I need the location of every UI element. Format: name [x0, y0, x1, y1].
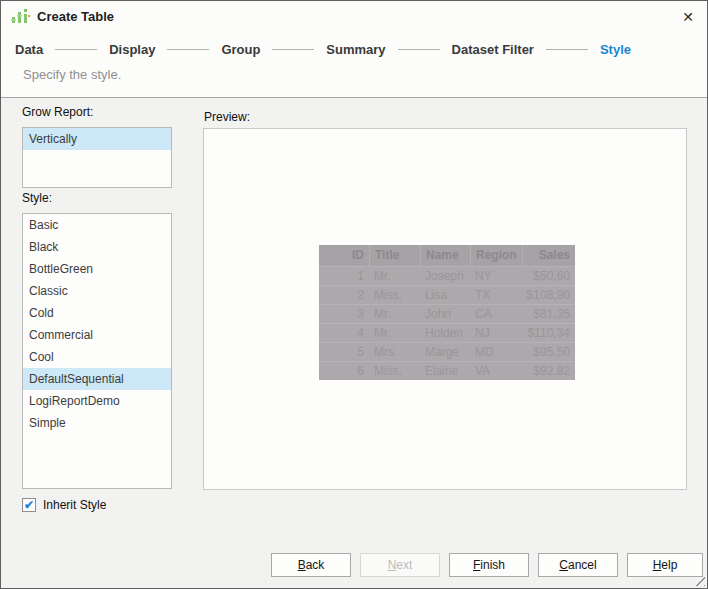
cell-sales: $95.50 [522, 343, 575, 361]
step-style[interactable]: Style [600, 42, 631, 57]
cell-id: 2 [319, 286, 369, 304]
table-row: 2 Miss. Lisa TX $108,90 [319, 285, 575, 304]
help-button-label: Help [653, 558, 678, 572]
table-row: 6 Miss. Elaine VA $92.82 [319, 361, 575, 380]
cell-region: NJ [470, 324, 522, 342]
cell-name: Holden [420, 324, 470, 342]
title-bar: Create Table ✕ [1, 1, 707, 31]
cell-region: NY [470, 267, 522, 285]
cell-sales: $92.82 [522, 362, 575, 380]
inherit-style-label: Inherit Style [43, 498, 106, 512]
back-button-label: Back [298, 558, 325, 572]
cell-region: VA [470, 362, 522, 380]
wizard-header: Create Table ✕ Data Display Group Summar… [1, 1, 707, 98]
preview-table: ID Title Name Region Sales 1 Mr. Joseph … [319, 245, 575, 380]
step-connector [167, 49, 209, 50]
finish-button-label: Finish [473, 558, 505, 572]
cell-name: Elaine [420, 362, 470, 380]
cell-title: Mrs. [369, 343, 420, 361]
column-header: Title [369, 245, 420, 266]
back-button[interactable]: Back [271, 553, 351, 577]
dialog-buttons: Back Next Finish Cancel Help [271, 553, 703, 577]
create-table-dialog: Create Table ✕ Data Display Group Summar… [0, 0, 708, 589]
column-header: Sales [522, 245, 575, 266]
cell-name: John [420, 305, 470, 323]
preview-table-header: ID Title Name Region Sales [319, 245, 575, 266]
grow-report-option-vertically[interactable]: Vertically [23, 128, 171, 150]
cell-name: Marge [420, 343, 470, 361]
style-list: Basic Black BottleGreen Classic Cold Com… [22, 213, 172, 489]
step-data[interactable]: Data [15, 42, 43, 57]
next-button[interactable]: Next [360, 553, 440, 577]
step-connector [546, 49, 588, 50]
grow-report-label: Grow Report: [22, 105, 93, 119]
help-button[interactable]: Help [627, 553, 703, 577]
style-option-simple[interactable]: Simple [23, 412, 171, 434]
cancel-button-label: Cancel [559, 558, 596, 572]
cell-name: Joseph [420, 267, 470, 285]
cancel-button[interactable]: Cancel [538, 553, 618, 577]
style-option-bottlegreen[interactable]: BottleGreen [23, 258, 171, 280]
cell-region: TX [470, 286, 522, 304]
cell-name: Lisa [420, 286, 470, 304]
style-option-black[interactable]: Black [23, 236, 171, 258]
style-option-classic[interactable]: Classic [23, 280, 171, 302]
step-connector [398, 49, 440, 50]
cell-title: Miss. [369, 362, 420, 380]
table-row: 5 Mrs. Marge MD $95.50 [319, 342, 575, 361]
style-option-cold[interactable]: Cold [23, 302, 171, 324]
style-option-basic[interactable]: Basic [23, 214, 171, 236]
cell-region: CA [470, 305, 522, 323]
inherit-style-checkbox[interactable]: ✔ [22, 498, 36, 512]
checkmark-icon: ✔ [24, 499, 34, 511]
step-summary[interactable]: Summary [326, 42, 385, 57]
finish-button[interactable]: Finish [449, 553, 529, 577]
cell-title: Mr. [369, 267, 420, 285]
next-button-label: Next [388, 558, 413, 572]
grow-report-list: Vertically [22, 127, 172, 188]
cell-region: MD [470, 343, 522, 361]
column-header: Region [470, 245, 522, 266]
table-row: 3 Mr. John CA $81,35 [319, 304, 575, 323]
window-title: Create Table [37, 9, 114, 24]
step-connector [272, 49, 314, 50]
preview-area: ID Title Name Region Sales 1 Mr. Joseph … [203, 128, 687, 490]
table-row: 1 Mr. Joseph NY $50,60 [319, 266, 575, 285]
cell-id: 5 [319, 343, 369, 361]
cell-id: 4 [319, 324, 369, 342]
step-description: Specify the style. [23, 67, 121, 82]
cell-sales: $81,35 [522, 305, 575, 323]
wizard-steps: Data Display Group Summary Dataset Filte… [15, 39, 631, 59]
cell-id: 6 [319, 362, 369, 380]
step-display[interactable]: Display [109, 42, 155, 57]
step-dataset-filter[interactable]: Dataset Filter [452, 42, 534, 57]
create-table-icon [11, 8, 30, 26]
inherit-style-row: ✔ Inherit Style [22, 498, 106, 512]
close-button[interactable]: ✕ [677, 6, 699, 28]
style-label: Style: [22, 191, 52, 205]
style-option-commercial[interactable]: Commercial [23, 324, 171, 346]
cell-title: Mr. [369, 324, 420, 342]
cell-title: Miss. [369, 286, 420, 304]
step-connector [55, 49, 97, 50]
cell-sales: $110,34 [522, 324, 575, 342]
cell-id: 1 [319, 267, 369, 285]
cell-id: 3 [319, 305, 369, 323]
cell-sales: $108,90 [522, 286, 575, 304]
cell-sales: $50,60 [522, 267, 575, 285]
table-row: 4 Mr. Holden NJ $110,34 [319, 323, 575, 342]
style-option-logireportdemo[interactable]: LogiReportDemo [23, 390, 171, 412]
column-header: Name [420, 245, 470, 266]
style-option-defaultsequential[interactable]: DefaultSequential [23, 368, 171, 390]
column-header: ID [319, 245, 369, 266]
cell-title: Mr. [369, 305, 420, 323]
step-group[interactable]: Group [221, 42, 260, 57]
preview-label: Preview: [204, 110, 250, 124]
style-option-cool[interactable]: Cool [23, 346, 171, 368]
